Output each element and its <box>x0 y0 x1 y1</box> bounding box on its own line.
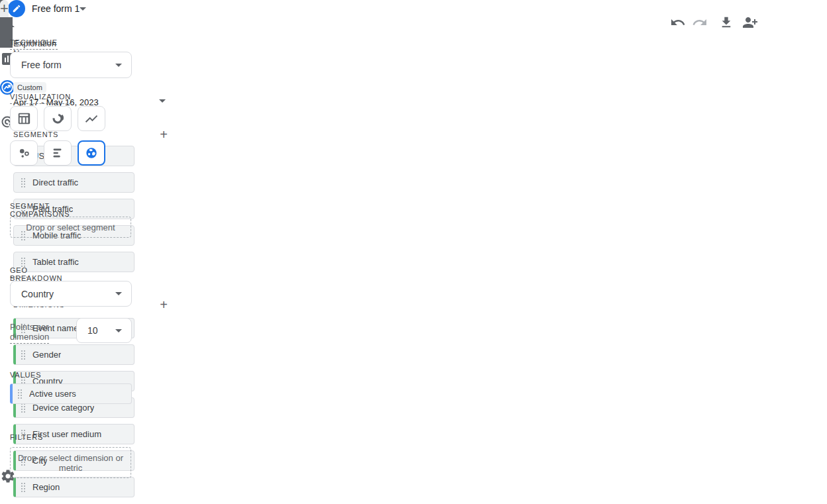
geo-breakdown-label: GEO BREAKDOWN <box>10 266 62 282</box>
chip-gender[interactable]: Gender <box>13 344 135 365</box>
chip-label: Device category <box>32 403 94 413</box>
chevron-down-icon <box>115 329 122 332</box>
tab-free-form-1[interactable]: Free form 1 <box>0 0 95 17</box>
geo-breakdown-value: Country <box>21 289 54 299</box>
viz-geo-map-button[interactable] <box>78 140 105 166</box>
visualization-label: VISUALIZATION <box>10 93 71 101</box>
chip-label: Gender <box>32 350 61 360</box>
viz-scatter-plot-button[interactable] <box>10 140 38 166</box>
chip-label: Tablet traffic <box>32 257 79 267</box>
chip-region[interactable]: Region <box>13 477 135 497</box>
drag-handle-icon[interactable] <box>17 389 23 399</box>
geo-breakdown-select[interactable]: Country <box>10 281 132 307</box>
chevron-down-icon <box>115 64 122 67</box>
drop-zone-placeholder: Drop or select dimension or metric <box>17 453 124 473</box>
points-per-dimension-select[interactable]: 10 <box>76 318 132 343</box>
technique-label: TECHNIQUE <box>10 38 58 46</box>
add-dimension-button[interactable]: + <box>157 298 170 311</box>
drop-zone-placeholder: Drop or select segment <box>26 223 115 232</box>
tab-label: Free form 1 <box>32 3 80 14</box>
chip-label: Active users <box>29 389 76 399</box>
chip-label: Region <box>32 482 60 492</box>
chip-label: Direct traffic <box>32 177 78 187</box>
viz-line-chart-button[interactable] <box>78 106 105 131</box>
viz-table-button[interactable] <box>10 106 38 131</box>
chip-direct-traffic[interactable]: Direct traffic <box>13 172 135 193</box>
redo-icon[interactable] <box>692 15 708 30</box>
drag-handle-icon[interactable] <box>21 350 26 360</box>
chip-active-users[interactable]: Active users <box>10 383 132 404</box>
pencil-icon <box>8 0 25 17</box>
chevron-down-icon <box>115 292 122 295</box>
technique-select[interactable]: Free form <box>10 52 132 78</box>
points-per-dimension-value: 10 <box>87 325 98 336</box>
download-icon[interactable] <box>718 15 734 30</box>
share-with-people-icon[interactable] <box>742 15 758 30</box>
points-per-dimension-label: Points per dimension <box>10 322 49 342</box>
undo-icon[interactable] <box>670 15 686 30</box>
date-range-badge: Custom <box>13 82 46 93</box>
segment-comparisons-label: SEGMENT COMPARISONS <box>10 202 70 218</box>
drag-handle-icon[interactable] <box>21 482 26 493</box>
technique-value: Free form <box>21 60 62 70</box>
filters-label: FILTERS <box>10 433 43 441</box>
viz-bar-chart-button[interactable] <box>44 140 72 166</box>
viz-donut-chart-button[interactable] <box>44 106 72 131</box>
values-label: VALUES <box>10 371 41 379</box>
chevron-down-icon[interactable] <box>159 99 166 103</box>
add-segment-button[interactable]: + <box>157 128 170 141</box>
drag-handle-icon[interactable] <box>21 177 26 188</box>
filters-drop-zone[interactable]: Drop or select dimension or metric <box>10 447 131 478</box>
new-tab-button[interactable]: + <box>0 0 9 17</box>
segment-comparisons-drop-zone[interactable]: Drop or select segment <box>10 217 131 238</box>
chevron-down-icon[interactable] <box>80 7 86 11</box>
segments-label: SEGMENTS <box>13 130 58 138</box>
